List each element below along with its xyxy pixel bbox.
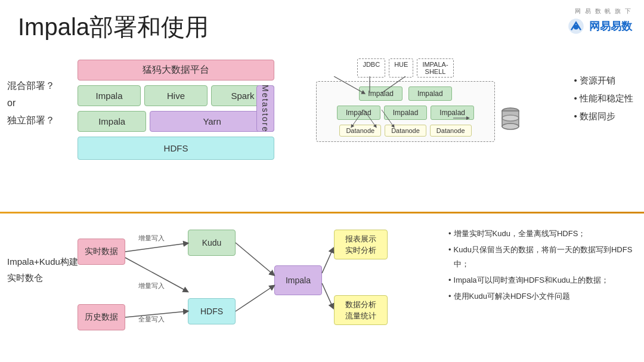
hdfs-node: HDFS bbox=[188, 298, 236, 324]
database-icon bbox=[500, 106, 521, 135]
logo-text: 网易易数 bbox=[589, 19, 632, 33]
page-title: Impala部署和使用 bbox=[18, 11, 209, 44]
impalad-top-1: Impalad bbox=[359, 86, 402, 101]
svg-line-16 bbox=[236, 243, 273, 274]
bottom-bullet-3: • Impala可以同时查询HDFS和Kudu上的数据； bbox=[448, 273, 633, 288]
yarn-box: Yarn bbox=[150, 111, 274, 132]
bottom-label-line1: Impala+Kudu构建 bbox=[7, 253, 78, 270]
bottom-bullet-1: • 增量实时写Kudu，全量离线写HDFS； bbox=[448, 227, 633, 242]
bottom-left-label: Impala+Kudu构建 实时数仓 bbox=[7, 253, 78, 286]
hue-box: HUE bbox=[389, 58, 413, 78]
arch-diagram: JDBC HUE IMPALA-SHELL Impalad Impalad Im… bbox=[316, 58, 495, 142]
bullet-sync: 数据同步 bbox=[574, 107, 633, 125]
bottom-label-line2: 实时数仓 bbox=[7, 270, 78, 286]
bullet-performance: 性能和稳定性 bbox=[574, 89, 633, 107]
datanode-3: Datanode bbox=[430, 125, 472, 137]
section-divider bbox=[0, 212, 644, 214]
logo-icon bbox=[566, 17, 586, 36]
hdfs-box: HDFS bbox=[78, 137, 274, 160]
datanode-1: Datanode bbox=[339, 125, 381, 137]
platform-diagram: 猛犸大数据平台 Impala Hive Spark Impala Yarn Me… bbox=[78, 60, 274, 160]
svg-point-1 bbox=[574, 25, 578, 30]
realtime-data-node: 实时数据 bbox=[78, 239, 125, 265]
bottom-bullets: • 增量实时写Kudu，全量离线写HDFS； • Kudu只保留当天的数据，将前… bbox=[448, 227, 633, 305]
header: 网 易 数 帆 旗 下 网易易数 bbox=[566, 7, 632, 36]
svg-line-17 bbox=[236, 286, 273, 311]
svg-line-18 bbox=[322, 249, 333, 273]
svg-line-19 bbox=[322, 283, 333, 307]
svg-line-13 bbox=[125, 243, 187, 252]
analysis-node: 数据分析流量统计 bbox=[334, 295, 388, 325]
impala-box-2: Impala bbox=[78, 111, 146, 132]
jdbc-box: JDBC bbox=[357, 58, 385, 78]
history-data-node: 历史数据 bbox=[78, 304, 125, 330]
deployment-line3: 独立部署？ bbox=[7, 112, 55, 129]
svg-point-5 bbox=[502, 115, 519, 121]
arrow-label-1: 增量写入 bbox=[138, 234, 165, 243]
impalad-bot-1: Impalad bbox=[337, 106, 380, 120]
bottom-bullet-4: • 使用Kudu可解决HDFS小文件问题 bbox=[448, 289, 633, 304]
deployment-label: 混合部署？ or 独立部署？ bbox=[7, 78, 55, 129]
bottom-section: Impala+Kudu构建 实时数仓 实时数据 历史数据 Kudu HDFS I… bbox=[0, 218, 644, 362]
top-bullets: 资源开销 性能和稳定性 数据同步 bbox=[574, 72, 633, 125]
impalad-bot-3: Impalad bbox=[431, 106, 474, 120]
impala-node: Impala bbox=[274, 265, 322, 295]
report-node: 报表展示实时分析 bbox=[334, 230, 388, 259]
flow-diagram: 实时数据 历史数据 Kudu HDFS Impala 报表展示实时分析 数据分析… bbox=[78, 227, 364, 352]
arrow-label-3: 全量写入 bbox=[138, 315, 165, 324]
platform-name-box: 猛犸大数据平台 bbox=[78, 60, 274, 81]
svg-point-4 bbox=[502, 123, 519, 129]
top-section: 混合部署？ or 独立部署？ 猛犸大数据平台 Impala Hive Spark… bbox=[0, 54, 644, 209]
deployment-line2: or bbox=[7, 95, 55, 112]
datanode-2: Datanode bbox=[385, 125, 426, 137]
bottom-bullet-2: • Kudu只保留当天的数据，将前一天的数据写到HDFS中； bbox=[448, 243, 633, 272]
impala-box-1: Impala bbox=[78, 85, 141, 106]
impalad-top-2: Impalad bbox=[408, 86, 452, 101]
impala-shell-box: IMPALA-SHELL bbox=[417, 58, 453, 78]
logo-area: 网易易数 bbox=[566, 17, 632, 36]
hive-box: Hive bbox=[144, 85, 208, 106]
kudu-node: Kudu bbox=[188, 230, 236, 256]
metastore-box: Metastore bbox=[256, 85, 274, 132]
bullet-resource: 资源开销 bbox=[574, 72, 633, 89]
arrow-label-2: 增量写入 bbox=[138, 281, 165, 290]
deployment-line1: 混合部署？ bbox=[7, 78, 55, 95]
impalad-bot-2: Impalad bbox=[384, 106, 428, 120]
header-small-text: 网 易 数 帆 旗 下 bbox=[575, 7, 632, 16]
